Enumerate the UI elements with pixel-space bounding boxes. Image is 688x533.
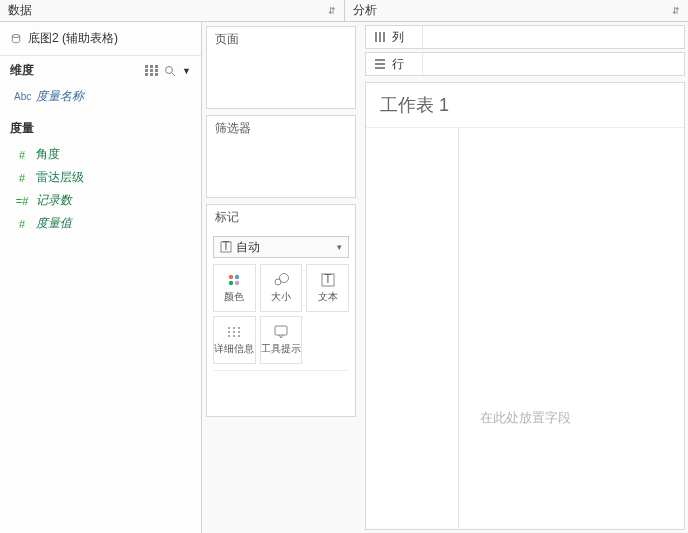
mark-text-button[interactable]: T 文本 bbox=[306, 264, 349, 312]
svg-point-14 bbox=[229, 275, 233, 279]
dimensions-title: 维度 bbox=[10, 62, 34, 79]
marks-grid: 颜色 大小 T 文本 bbox=[213, 264, 349, 364]
svg-rect-35 bbox=[375, 59, 385, 61]
field-label: 角度 bbox=[36, 146, 60, 163]
mark-detail-label: 详细信息 bbox=[214, 342, 254, 356]
number-type-icon: # bbox=[14, 218, 30, 230]
svg-point-27 bbox=[238, 331, 240, 333]
field-label: 度量值 bbox=[36, 215, 72, 232]
svg-rect-32 bbox=[375, 32, 377, 42]
menu-dropdown-icon[interactable]: ▼ bbox=[182, 66, 191, 76]
columns-icon bbox=[374, 31, 386, 43]
mark-color-button[interactable]: 颜色 bbox=[213, 264, 256, 312]
rows-label: 行 bbox=[392, 56, 404, 73]
svg-rect-37 bbox=[375, 67, 385, 69]
marks-title: 标记 bbox=[207, 205, 355, 230]
svg-point-19 bbox=[279, 274, 288, 283]
worksheet-title[interactable]: 工作表 1 bbox=[366, 83, 684, 127]
svg-rect-5 bbox=[150, 69, 153, 72]
svg-rect-36 bbox=[375, 63, 385, 65]
columns-shelf[interactable]: 列 bbox=[365, 25, 685, 49]
svg-point-30 bbox=[238, 335, 240, 337]
rows-drop[interactable] bbox=[422, 53, 684, 75]
mark-type-label: 自动 bbox=[236, 239, 260, 256]
mark-type-select[interactable]: T 自动 ▾ bbox=[213, 236, 349, 258]
filters-drop[interactable] bbox=[207, 141, 355, 197]
svg-rect-1 bbox=[145, 65, 148, 68]
columns-drop[interactable] bbox=[422, 26, 684, 48]
svg-point-28 bbox=[228, 335, 230, 337]
columns-label: 列 bbox=[392, 29, 404, 46]
svg-text:T: T bbox=[222, 241, 230, 253]
dimensions-header: 维度 ▼ bbox=[0, 56, 201, 83]
view-grid-icon[interactable] bbox=[145, 65, 158, 76]
svg-rect-7 bbox=[145, 73, 148, 76]
marks-card: 标记 T 自动 ▾ bbox=[206, 204, 356, 417]
worksheet-canvas[interactable]: 工作表 1 在此处放置字段 bbox=[365, 82, 685, 530]
measure-field[interactable]: # 雷达层级 bbox=[0, 166, 201, 189]
mark-text-label: 文本 bbox=[318, 290, 338, 304]
pages-title: 页面 bbox=[207, 27, 355, 52]
mark-tooltip-button[interactable]: 工具提示 bbox=[260, 316, 303, 364]
detail-icon bbox=[226, 324, 242, 340]
mark-size-label: 大小 bbox=[271, 290, 291, 304]
svg-point-24 bbox=[238, 327, 240, 329]
filters-card[interactable]: 筛选器 bbox=[206, 115, 356, 198]
field-label: 记录数 bbox=[36, 192, 72, 209]
svg-rect-6 bbox=[155, 69, 158, 72]
rows-icon bbox=[374, 58, 386, 70]
number-type-icon: # bbox=[14, 172, 30, 184]
measure-list: # 角度 # 雷达层级 =# 记录数 # 度量值 bbox=[0, 141, 201, 237]
tab-data[interactable]: 数据 ⇵ bbox=[0, 0, 345, 21]
search-icon[interactable] bbox=[164, 65, 176, 77]
svg-point-15 bbox=[235, 275, 239, 279]
svg-point-25 bbox=[228, 331, 230, 333]
vertical-divider bbox=[458, 128, 459, 529]
measure-field[interactable]: =# 记录数 bbox=[0, 189, 201, 212]
svg-text:T: T bbox=[324, 273, 332, 286]
measures-title: 度量 bbox=[10, 121, 34, 135]
mark-detail-button[interactable]: 详细信息 bbox=[213, 316, 256, 364]
data-pane: 底图2 (辅助表格) 维度 ▼ Abc 度量名称 度量 bbox=[0, 22, 202, 533]
text-type-icon: T bbox=[220, 241, 232, 253]
pages-card[interactable]: 页面 bbox=[206, 26, 356, 109]
view-body[interactable]: 在此处放置字段 bbox=[366, 127, 684, 529]
cards-column: 页面 筛选器 标记 T 自动 ▾ bbox=[202, 22, 362, 533]
marks-drop-area[interactable] bbox=[213, 370, 349, 410]
datasource-item[interactable]: 底图2 (辅助表格) bbox=[0, 26, 201, 56]
abc-type-icon: Abc bbox=[14, 91, 30, 102]
svg-rect-2 bbox=[150, 65, 153, 68]
tab-analysis-label: 分析 bbox=[353, 2, 377, 19]
database-icon bbox=[10, 33, 22, 45]
mark-tooltip-label: 工具提示 bbox=[261, 342, 301, 356]
text-icon: T bbox=[320, 272, 336, 288]
svg-point-16 bbox=[229, 281, 233, 285]
dimension-field[interactable]: Abc 度量名称 bbox=[0, 85, 201, 108]
color-icon bbox=[226, 272, 242, 288]
measure-field[interactable]: # 度量值 bbox=[0, 212, 201, 235]
dimension-list: Abc 度量名称 bbox=[0, 83, 201, 110]
svg-point-29 bbox=[233, 335, 235, 337]
mark-color-label: 颜色 bbox=[224, 290, 244, 304]
pages-drop[interactable] bbox=[207, 52, 355, 108]
svg-rect-8 bbox=[150, 73, 153, 76]
svg-point-22 bbox=[228, 327, 230, 329]
field-label: 雷达层级 bbox=[36, 169, 84, 186]
measure-field[interactable]: # 角度 bbox=[0, 143, 201, 166]
tab-analysis[interactable]: 分析 ⇵ bbox=[345, 0, 689, 21]
svg-rect-9 bbox=[155, 73, 158, 76]
svg-point-26 bbox=[233, 331, 235, 333]
number-type-icon: # bbox=[14, 149, 30, 161]
datasource-name: 底图2 (辅助表格) bbox=[28, 30, 118, 47]
mark-size-button[interactable]: 大小 bbox=[260, 264, 303, 312]
measures-header: 度量 bbox=[0, 110, 201, 141]
svg-rect-34 bbox=[383, 32, 385, 42]
svg-point-0 bbox=[12, 34, 20, 37]
rows-shelf[interactable]: 行 bbox=[365, 52, 685, 76]
svg-point-17 bbox=[235, 281, 239, 285]
filters-title: 筛选器 bbox=[207, 116, 355, 141]
svg-line-11 bbox=[172, 73, 175, 76]
size-icon bbox=[273, 272, 289, 288]
sidebar-tabs: 数据 ⇵ 分析 ⇵ bbox=[0, 0, 688, 22]
tooltip-icon bbox=[273, 324, 289, 340]
